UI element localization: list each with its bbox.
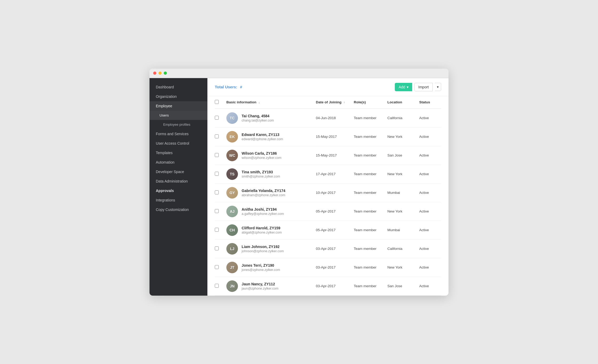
sidebar-item-users[interactable]: Users	[150, 111, 207, 120]
user-name: Liam Johnson, ZY192	[242, 245, 284, 249]
col-date-of-joining[interactable]: Date of Joining ↑	[313, 96, 351, 109]
sidebar-item-employee[interactable]: Employee	[150, 101, 207, 111]
sidebar-item-employee-profiles[interactable]: Employee profiles	[150, 120, 207, 129]
sidebar-item-dashboard[interactable]: Dashboard	[150, 82, 207, 92]
user-name: Tina smith, ZY193	[242, 170, 280, 174]
sidebar-item-forms-and-services[interactable]: Forms and Services	[150, 129, 207, 139]
user-details: Jones Terri, ZY190 jones@zphone.zylker.c…	[242, 263, 280, 272]
row-roles: Team member	[351, 127, 385, 146]
row-checkbox[interactable]	[215, 209, 219, 213]
import-chevron-button[interactable]: ▾	[435, 83, 441, 91]
user-details: Anitha Joshi, ZY194 a.gaffey@zphone.zylk…	[242, 207, 284, 216]
row-status: Active	[417, 183, 441, 202]
row-status: Active	[417, 258, 441, 277]
col-basic-info[interactable]: Basic information ↓	[224, 96, 313, 109]
avatar: WC	[226, 150, 238, 161]
total-users-text: Total Users:	[215, 85, 237, 89]
add-button[interactable]: Add ▾	[395, 83, 412, 91]
sidebar-item-developer-space[interactable]: Developer Space	[150, 167, 207, 176]
row-location: New York	[385, 258, 417, 277]
row-date-of-joining: 17-Apr-2017	[313, 165, 351, 183]
row-date-of-joining: 03-Apr-2017	[313, 277, 351, 295]
row-roles: Team member	[351, 258, 385, 277]
sidebar-item-organization[interactable]: Organization	[150, 92, 207, 101]
avatar-initials: LJ	[230, 247, 234, 251]
user-email: chang.tai@zylker.com	[242, 119, 274, 122]
user-details: Jaun Nancy, ZY112 jaun@zphone.zylker.com	[242, 282, 278, 290]
row-date-of-joining: 05-Apr-2017	[313, 221, 351, 239]
sidebar-item-user-access-control[interactable]: User Access Control	[150, 139, 207, 148]
row-status: Active	[417, 127, 441, 146]
row-checkbox[interactable]	[215, 172, 219, 176]
row-basic-info: GY Gabriella Yolanda, ZY174 abraham@zpho…	[224, 183, 313, 202]
row-basic-info: CH Clifford Harold, ZY159 abigail@zphone…	[224, 221, 313, 239]
user-info-cell: CH Clifford Harold, ZY159 abigail@zphone…	[226, 224, 311, 236]
user-name: Anitha Joshi, ZY194	[242, 207, 284, 211]
row-roles: Team member	[351, 239, 385, 258]
sidebar-item-copy-customization[interactable]: Copy Customization	[150, 205, 207, 214]
row-checkbox[interactable]	[215, 228, 219, 232]
col-roles[interactable]: Role(s)	[351, 96, 385, 109]
row-status: Active	[417, 165, 441, 183]
row-checkbox[interactable]	[215, 134, 219, 138]
row-checkbox[interactable]	[215, 153, 219, 157]
user-details: Tina smith, ZY193 smith@zphone.zylker.co…	[242, 170, 280, 178]
row-basic-info: WC Wilson Carla, ZY186 wilson@zphone.zyl…	[224, 146, 313, 165]
sidebar-item-data-administration[interactable]: Data Administration	[150, 176, 207, 186]
sidebar-item-automation[interactable]: Automation	[150, 158, 207, 167]
row-checkbox-cell	[215, 146, 224, 165]
minimize-button[interactable]	[158, 72, 162, 75]
row-roles: Team member	[351, 165, 385, 183]
row-location: California	[385, 109, 417, 128]
sidebar-item-integrations[interactable]: Integrations	[150, 195, 207, 205]
user-name: Tai Chang, 4584	[242, 114, 274, 118]
user-name: Clifford Harold, ZY159	[242, 226, 282, 230]
col-location[interactable]: Location	[385, 96, 417, 109]
row-location: New York	[385, 165, 417, 183]
user-email: smith@zphone.zylker.com	[242, 175, 280, 178]
toolbar: Total Users: # Add ▾ Import ▾	[207, 78, 448, 96]
row-checkbox-cell	[215, 183, 224, 202]
row-checkbox-cell	[215, 221, 224, 239]
avatar: CH	[226, 224, 238, 236]
close-button[interactable]	[153, 72, 156, 75]
row-checkbox[interactable]	[215, 246, 219, 250]
table-row: CH Clifford Harold, ZY159 abigail@zphone…	[215, 221, 441, 239]
avatar-initials: GY	[230, 191, 235, 195]
user-email: edward@zphone.zylker.com	[242, 137, 283, 141]
row-status: Active	[417, 202, 441, 221]
row-basic-info: LJ Liam Johnson, ZY192 johnson@zphone.zy…	[224, 239, 313, 258]
row-checkbox[interactable]	[215, 116, 219, 120]
avatar-initials: AJ	[230, 209, 235, 214]
row-basic-info: AJ Anitha Joshi, ZY194 a.gaffey@zphone.z…	[224, 202, 313, 221]
row-checkbox[interactable]	[215, 284, 219, 288]
col-status[interactable]: Status	[417, 96, 441, 109]
avatar: JN	[226, 280, 238, 292]
table-row: GY Gabriella Yolanda, ZY174 abraham@zpho…	[215, 183, 441, 202]
row-date-of-joining: 05-Apr-2017	[313, 202, 351, 221]
sidebar-item-templates[interactable]: Templates	[150, 148, 207, 158]
avatar: JT	[226, 262, 238, 273]
avatar: AJ	[226, 206, 238, 217]
row-checkbox[interactable]	[215, 190, 219, 194]
avatar-initials: EK	[230, 135, 235, 139]
user-info-cell: TS Tina smith, ZY193 smith@zphone.zylker…	[226, 168, 311, 180]
user-info-cell: WC Wilson Carla, ZY186 wilson@zphone.zyl…	[226, 150, 311, 161]
row-location: California	[385, 239, 417, 258]
row-roles: Team member	[351, 183, 385, 202]
user-name: Gabriella Yolanda, ZY174	[242, 189, 285, 193]
user-info-cell: GY Gabriella Yolanda, ZY174 abraham@zpho…	[226, 187, 311, 199]
row-date-of-joining: 03-Apr-2017	[313, 258, 351, 277]
row-basic-info: EK Edward Karen, ZY113 edward@zphone.zyl…	[224, 127, 313, 146]
select-all-checkbox[interactable]	[215, 100, 219, 104]
user-email: abigail@zphone.zylker.com	[242, 231, 282, 234]
row-checkbox[interactable]	[215, 265, 219, 269]
user-info-cell: EK Edward Karen, ZY113 edward@zphone.zyl…	[226, 131, 311, 143]
total-users-label: Total Users: #	[215, 85, 393, 89]
row-roles: Team member	[351, 221, 385, 239]
user-name: Edward Karen, ZY113	[242, 133, 283, 137]
table-row: EK Edward Karen, ZY113 edward@zphone.zyl…	[215, 127, 441, 146]
import-button[interactable]: Import	[414, 83, 433, 91]
sidebar-item-approvals[interactable]: Approvals	[150, 186, 207, 195]
maximize-button[interactable]	[164, 72, 167, 75]
